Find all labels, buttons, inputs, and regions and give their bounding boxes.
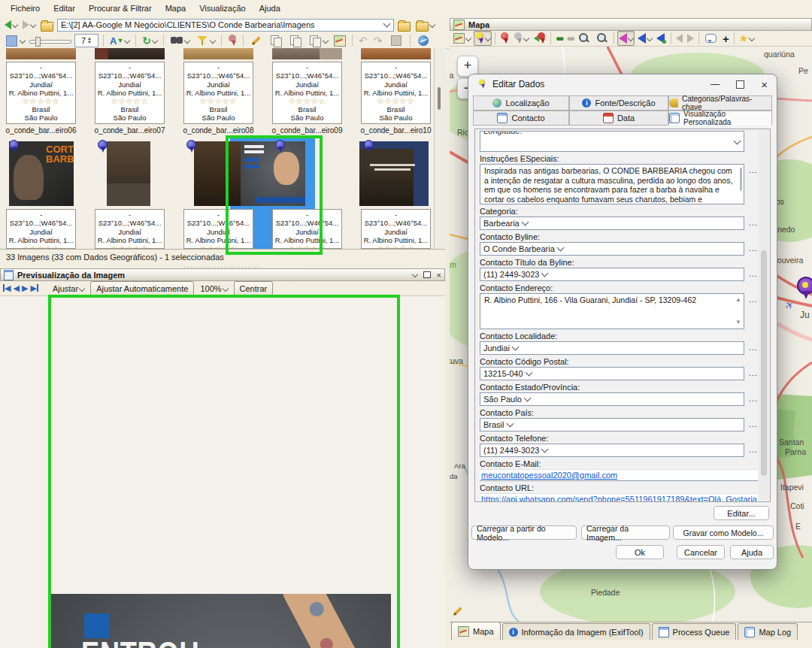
columns-spinner[interactable]: 7▲▼ <box>74 34 98 47</box>
thumb-card-07[interactable]: -S23°10...;W46°54... JundiaíR. Albino Pu… <box>95 62 165 124</box>
float-panel-icon[interactable] <box>423 271 431 278</box>
instrucoes-field[interactable]: Inspirada nas antigas barbearias, O COND… <box>480 164 759 204</box>
tab-data[interactable]: Data <box>569 111 668 126</box>
set-marker-button[interactable] <box>474 31 492 46</box>
goto-next-button[interactable] <box>655 31 668 46</box>
menu-visualizacao[interactable]: Visualização <box>193 2 252 14</box>
google-earth-button[interactable] <box>415 33 432 48</box>
thumb-image-08[interactable] <box>183 48 253 59</box>
tab-contacto[interactable]: Contacto <box>473 111 569 126</box>
thumb-card-10[interactable]: -S23°10...;W46°54... JundiaíR. Albino Pu… <box>361 62 431 124</box>
dialog-title-bar[interactable]: Editar Dados — × <box>468 74 777 94</box>
cancelar-button[interactable]: Cancelar <box>677 545 725 559</box>
clipped-longitude-field[interactable]: Longitude: <box>480 131 759 152</box>
show-all-markers-button[interactable]: ●● <box>554 31 564 46</box>
url-field[interactable]: https://api.whatsapp.com/send?phone=5511… <box>480 493 758 502</box>
comment-button[interactable] <box>702 31 720 46</box>
thumb-card-09[interactable]: -S23°10...;W46°54... JundiaíR. Albino Pu… <box>272 62 342 124</box>
gravar-modelo-button[interactable]: Gravar como Modelo... <box>673 525 774 540</box>
thumb-image-06[interactable] <box>6 48 76 59</box>
copy-special-button[interactable] <box>307 33 329 48</box>
categoria-field[interactable]: Barbearia ... <box>480 217 759 230</box>
thumb-card[interactable]: -S23°10...;W46°54... JundiaíR. Albino Pu… <box>6 209 76 249</box>
image-position-marker[interactable] <box>797 277 812 299</box>
localidade-field[interactable]: Jundiai ... <box>480 341 759 355</box>
thumb-image-09[interactable] <box>272 48 342 59</box>
red-marker-button[interactable] <box>498 31 511 46</box>
thumb-image-10[interactable] <box>361 48 431 59</box>
menu-ficheiro[interactable]: Ficheiro <box>5 2 46 14</box>
thumb-card-06[interactable]: - S23°10...;W46°54... Jundiaí R. Albino … <box>6 62 76 124</box>
email-link[interactable]: meucontatopessoal2020@gmail.com <box>481 471 617 480</box>
minimize-icon[interactable]: — <box>710 79 720 89</box>
tab-localizacao[interactable]: Localização <box>473 95 569 111</box>
thumb-image-barber-scene[interactable] <box>107 141 150 206</box>
previous-image-button[interactable]: ◀ <box>13 284 19 292</box>
back-button[interactable] <box>3 17 19 32</box>
codigo-postal-more-button[interactable]: ... <box>747 368 759 377</box>
next-image-button[interactable]: ▶ <box>22 284 28 292</box>
categoria-more-button[interactable]: ... <box>747 218 759 227</box>
panel-menu-icon[interactable] <box>411 271 417 277</box>
thumbnail-scrollbar[interactable] <box>434 48 446 249</box>
byline-titulo-more-button[interactable]: ... <box>747 269 759 278</box>
last-image-button[interactable]: ▶ <box>30 284 38 292</box>
tab-map-log[interactable]: Map Log <box>738 623 798 640</box>
estado-more-button[interactable]: ... <box>747 394 759 403</box>
close-panel-icon[interactable]: × <box>437 271 441 280</box>
whatsapp-url-link[interactable]: https://api.whatsapp.com/send?phone=5511… <box>481 495 756 502</box>
zoom-level-combo[interactable]: 100% <box>196 283 231 294</box>
menu-mapa[interactable]: Mapa <box>159 2 192 14</box>
thumb-card-08[interactable]: -S23°10...;W46°54... JundiaíR. Albino Pu… <box>183 62 253 124</box>
forward-button[interactable] <box>21 17 37 32</box>
tab-visualizacao-personalizada[interactable]: Visualização Personalizada <box>668 111 772 126</box>
editar-button[interactable]: Editar... <box>714 506 769 520</box>
dialog-scrollbar[interactable] <box>759 130 769 501</box>
goto-selected-image-button[interactable] <box>617 31 635 46</box>
telefone-field[interactable]: (11) 2449-3023 ... <box>480 444 759 457</box>
codigo-postal-field[interactable]: 13215-040 ... <box>480 367 759 380</box>
sort-button[interactable]: A▼ <box>108 33 131 48</box>
tab-informacao-imagem[interactable]: iInformação da Imagem (ExifTool) <box>502 623 650 640</box>
crosshair-button[interactable]: + <box>721 31 731 46</box>
first-image-button[interactable]: ◀ <box>3 284 11 292</box>
edit-data-button[interactable] <box>248 33 265 48</box>
carregar-imagem-button[interactable]: Carregar da Imagem... <box>581 525 670 540</box>
ajuda-button[interactable]: Ajuda <box>730 545 774 559</box>
tab-categorias[interactable]: Categorias/Palavras-chave <box>668 95 772 111</box>
fit-button[interactable]: Ajustar <box>49 283 88 294</box>
endereco-field[interactable]: R. Albino Puttini, 166 - Vila Guarani, J… <box>480 293 759 329</box>
carregar-modelo-button[interactable]: Carregar a partir do Modelo... <box>471 525 577 540</box>
telefone-more-button[interactable]: ... <box>747 445 759 454</box>
fit-automatically-button[interactable]: Ajustar Automaticamente <box>90 281 194 296</box>
thumb-card[interactable]: -S23°10...;W46°54... JundiaíR. Albino Pu… <box>361 209 431 249</box>
menu-procurar-filtrar[interactable]: Procurar & Filtrar <box>83 2 158 14</box>
thumb-card[interactable]: -S23°10...;W46°54... JundiaíR. Albino Pu… <box>95 209 165 249</box>
scroll-down-icon[interactable]: ▼ <box>735 319 741 326</box>
assign-position-button[interactable] <box>532 31 547 46</box>
scroll-up-icon[interactable]: ▲ <box>735 297 741 303</box>
estado-field[interactable]: São Paulo ... <box>480 392 759 406</box>
thumb-image-07[interactable] <box>95 48 165 59</box>
refresh-button[interactable]: ↻ <box>141 33 159 48</box>
favorite-folders-button[interactable] <box>414 17 436 32</box>
zoom-to-marker-button[interactable] <box>576 31 592 46</box>
filter-button[interactable] <box>194 33 217 48</box>
map-type-button[interactable] <box>452 31 472 46</box>
ok-button[interactable]: Ok <box>616 545 664 559</box>
pais-field[interactable]: Brasil ... <box>480 418 759 431</box>
byline-titulo-field[interactable]: (11) 2449-3023 ... <box>480 268 759 281</box>
chevron-down-icon[interactable] <box>734 138 741 145</box>
goto-previous-button[interactable] <box>636 31 653 46</box>
email-field[interactable]: meucontatopessoal2020@gmail.com <box>480 469 758 481</box>
parent-folder-button[interactable] <box>39 17 55 32</box>
thumbnail-view-button[interactable] <box>3 33 26 48</box>
endereco-more-button[interactable]: ... <box>747 295 759 304</box>
close-icon[interactable]: × <box>761 78 768 91</box>
open-folder-button[interactable] <box>396 17 412 32</box>
maximize-icon[interactable] <box>736 80 744 89</box>
zoom-to-selection-button[interactable] <box>594 31 611 46</box>
tab-fonte-descricao[interactable]: iFonte/Descrição <box>569 95 668 111</box>
center-button[interactable]: Centrar <box>234 281 274 296</box>
chevron-down-icon[interactable] <box>383 20 391 28</box>
